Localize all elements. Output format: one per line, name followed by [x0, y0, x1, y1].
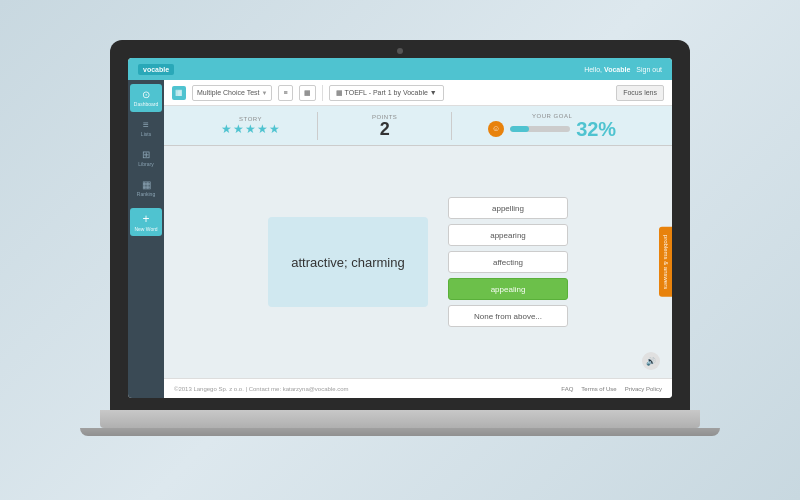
laptop-screen: vocable Hello, Vocable Sign out ⊙: [128, 58, 672, 398]
app-footer: ©2013 Langego Sp. z o.o. | Contact me: k…: [164, 378, 672, 398]
app-wrapper: vocable Hello, Vocable Sign out ⊙: [128, 58, 672, 398]
footer-copyright: ©2013 Langego Sp. z o.o. | Contact me: k…: [174, 386, 349, 392]
word-card: attractive; charming: [268, 217, 428, 307]
sidebar-label-ranking: Ranking: [137, 191, 155, 197]
list-view-icon: ≡: [283, 89, 287, 96]
footer-faq[interactable]: FAQ: [561, 386, 573, 392]
footer-terms[interactable]: Terms of Use: [581, 386, 616, 392]
select-arrow: ▼: [262, 90, 268, 96]
username-label: Vocable: [604, 66, 630, 73]
story-section: Story ★★★★★: [184, 116, 317, 136]
laptop-bezel: vocable Hello, Vocable Sign out ⊙: [110, 40, 690, 410]
goal-percent: 32%: [576, 119, 616, 139]
footer-links: FAQ Terms of Use Privacy Policy: [561, 386, 662, 392]
main-layout: ⊙ Dashboard ≡ Lists ⊞ Library ▦: [128, 80, 672, 398]
toolbar: ▦ Multiple Choice Test ▼ ≡ ▦: [164, 80, 672, 106]
answers-column: appelling appearing affecting appealing: [448, 197, 568, 327]
stars-display: ★★★★★: [221, 122, 281, 136]
goal-section: Your goal ☺ 32%: [452, 113, 652, 139]
goal-icon: ☺: [488, 121, 504, 137]
side-panel-tab[interactable]: problems & answers: [659, 227, 672, 297]
goal-bar: [510, 126, 570, 132]
sidebar-item-lists[interactable]: ≡ Lists: [130, 114, 162, 142]
audio-button[interactable]: 🔊: [642, 352, 660, 370]
course-select[interactable]: ▦ TOEFL - Part 1 by Vocable ▼: [329, 85, 444, 101]
add-word-label: New Word: [134, 226, 157, 232]
laptop-bottom: [80, 428, 720, 436]
brand-logo: vocable: [138, 64, 174, 75]
laptop-outer: vocable Hello, Vocable Sign out ⊙: [90, 40, 710, 460]
sidebar-label-library: Library: [138, 161, 153, 167]
goal-bar-fill: [510, 126, 529, 132]
points-value: 2: [380, 120, 390, 138]
word-display: attractive; charming: [291, 255, 404, 270]
quiz-area: attractive; charming appelling appearing: [164, 146, 672, 378]
course-arrow: ▼: [430, 89, 437, 96]
top-bar-right: Hello, Vocable Sign out: [584, 66, 662, 73]
lists-icon: ≡: [143, 120, 149, 130]
top-bar: vocable Hello, Vocable Sign out: [128, 58, 672, 80]
test-type-select[interactable]: Multiple Choice Test ▼: [192, 85, 272, 101]
answer-option-4[interactable]: None from above...: [448, 305, 568, 327]
focus-lens-button[interactable]: Focus lens: [616, 85, 664, 101]
sidebar-item-library[interactable]: ⊞ Library: [130, 144, 162, 172]
toolbar-divider: [322, 85, 323, 101]
mode-icon: ▦: [172, 86, 186, 100]
view-toggle-grid[interactable]: ▦: [299, 85, 316, 101]
sidebar-label-lists: Lists: [141, 131, 151, 137]
answer-option-2[interactable]: affecting: [448, 251, 568, 273]
signout-link[interactable]: Sign out: [636, 66, 662, 73]
ranking-icon: ▦: [142, 180, 151, 190]
dashboard-icon: ⊙: [142, 90, 150, 100]
points-section: Points 2: [318, 114, 451, 138]
laptop-base: [100, 410, 700, 428]
library-icon: ⊞: [142, 150, 150, 160]
sidebar-label-dashboard: Dashboard: [134, 101, 158, 107]
footer-privacy[interactable]: Privacy Policy: [625, 386, 662, 392]
content-area: ▦ Multiple Choice Test ▼ ≡ ▦: [164, 80, 672, 398]
sidebar-item-dashboard[interactable]: ⊙ Dashboard: [130, 84, 162, 112]
answer-option-1[interactable]: appearing: [448, 224, 568, 246]
answer-option-0[interactable]: appelling: [448, 197, 568, 219]
hello-text: Hello, Vocable: [584, 66, 630, 73]
grid-view-icon: ▦: [304, 89, 311, 97]
stats-bar: Story ★★★★★ Points 2 Your goal: [164, 106, 672, 146]
laptop-camera: [397, 48, 403, 54]
sidebar-item-ranking[interactable]: ▦ Ranking: [130, 174, 162, 202]
answer-option-3[interactable]: appealing: [448, 278, 568, 300]
add-icon: +: [142, 213, 149, 225]
view-toggle-list[interactable]: ≡: [278, 85, 292, 101]
goal-row: ☺ 32%: [488, 119, 616, 139]
sidebar: ⊙ Dashboard ≡ Lists ⊞ Library ▦: [128, 80, 164, 398]
course-icon: ▦: [336, 89, 343, 97]
add-word-button[interactable]: + New Word: [130, 208, 162, 236]
